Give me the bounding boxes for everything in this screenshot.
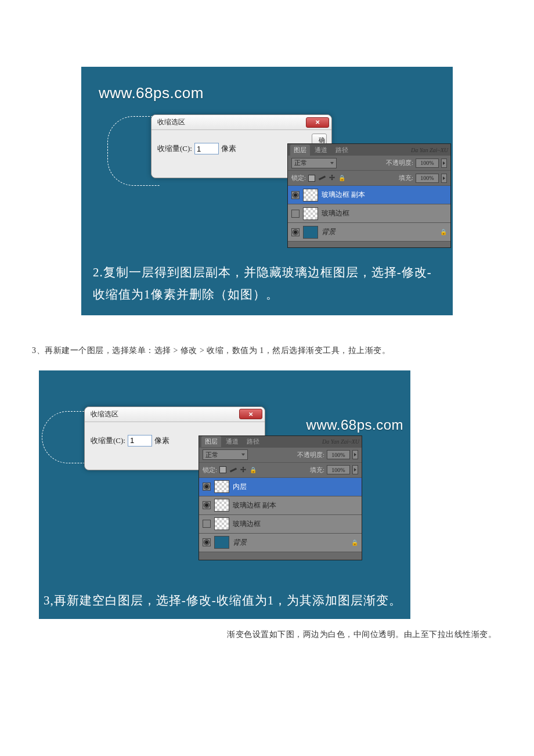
eye-icon (205, 485, 208, 488)
layers-panel: 图层 通道 路径 Da Yan Zai~XU 正常 不透明度: 100% 锁定: (199, 435, 362, 560)
pixels-unit: 像素 (221, 143, 236, 154)
figure-caption: 2.复制一层得到图层副本，并隐藏玻璃边框图层，选择-修改-收缩值为1像素并删除（… (93, 262, 441, 306)
eye-icon (205, 503, 208, 507)
layer-row[interactable]: 玻璃边框 (199, 515, 362, 534)
layer-name[interactable]: 玻璃边框 (322, 208, 349, 218)
layer-name[interactable]: 玻璃边框 副本 (322, 190, 365, 200)
opacity-spinner[interactable] (352, 450, 358, 459)
watermark: www.68ps.com (306, 417, 403, 433)
fill-label: 填充: (399, 174, 413, 182)
lock-controls[interactable]: ✢ 🔒 (308, 174, 345, 182)
blend-mode-select[interactable]: 正常 (291, 158, 337, 168)
layer-thumbnail[interactable] (303, 226, 318, 239)
panel-signature: Da Yan Zai~XU (411, 147, 448, 153)
panel-signature: Da Yan Zai~XU (322, 438, 359, 445)
blend-mode-select[interactable]: 正常 (203, 449, 248, 460)
dialog-title-bar[interactable]: 收缩选区 ✕ (85, 407, 265, 422)
dialog-title: 收缩选区 (91, 409, 118, 419)
layer-thumbnail[interactable] (214, 536, 229, 549)
tutorial-figure-3: www.68ps.com 收缩选区 ✕ 收缩量(C): 像素 图层 通道 路径 (39, 370, 410, 619)
lock-label: 锁定: (203, 466, 217, 474)
layer-row[interactable]: 玻璃边框 副本 (288, 186, 450, 204)
layer-thumbnail[interactable] (214, 480, 229, 493)
layer-name[interactable]: 背景 (233, 538, 247, 548)
lock-all-icon[interactable]: 🔒 (250, 467, 257, 473)
opacity-label: 不透明度: (297, 451, 324, 459)
fill-spinner[interactable] (441, 174, 447, 183)
opacity-value[interactable]: 100% (327, 450, 350, 459)
layer-thumbnail[interactable] (303, 207, 318, 220)
dialog-title: 收缩选区 (157, 117, 185, 127)
layer-row[interactable]: 内层 (199, 478, 362, 496)
fill-spinner[interactable] (352, 465, 358, 474)
tutorial-figure-2: www.68ps.com 收缩选区 ✕ 收缩量(C): 像素 确 取 (81, 67, 453, 315)
layer-name[interactable]: 背景 (322, 227, 335, 237)
eye-icon (205, 541, 208, 544)
contract-by-label: 收缩量(C): (91, 435, 125, 446)
layer-row[interactable]: 玻璃边框 副本 (199, 496, 362, 515)
visibility-toggle[interactable] (291, 228, 300, 236)
close-button[interactable]: ✕ (239, 409, 262, 419)
layer-row[interactable]: 玻璃边框 (288, 204, 450, 223)
tab-layers[interactable]: 图层 (201, 436, 221, 447)
opacity-label: 不透明度: (386, 159, 413, 167)
layer-row[interactable]: 背景 🔒 (288, 223, 450, 242)
lock-label: 锁定: (291, 174, 306, 182)
lock-all-icon[interactable]: 🔒 (338, 175, 345, 181)
tab-channels[interactable]: 通道 (311, 145, 331, 156)
tab-channels[interactable]: 通道 (222, 436, 242, 447)
contract-value-input[interactable] (194, 143, 219, 154)
step-3-instruction: 3、再新建一个图层，选择菜单：选择 > 修改 > 收缩，数值为 1，然后选择渐变… (32, 343, 502, 359)
lock-position-icon[interactable]: ✢ (329, 174, 335, 182)
layer-thumbnail[interactable] (303, 189, 318, 201)
visibility-toggle[interactable] (203, 483, 211, 491)
lock-position-icon[interactable]: ✢ (240, 466, 246, 474)
visibility-toggle[interactable] (203, 538, 211, 546)
layer-thumbnail[interactable] (214, 499, 229, 512)
layer-name[interactable]: 内层 (233, 482, 247, 492)
contract-value-input[interactable] (128, 435, 152, 447)
tab-paths[interactable]: 路径 (243, 436, 263, 447)
layer-list: 玻璃边框 副本 玻璃边框 背景 🔒 (288, 186, 450, 242)
layer-name[interactable]: 玻璃边框 副本 (233, 501, 276, 510)
fill-value[interactable]: 100% (416, 174, 439, 183)
dialog-title-bar[interactable]: 收缩选区 ✕ (151, 115, 331, 130)
figure-caption: 3,再新建空白图层，选择-修改-收缩值为1，为其添加图层渐变。 (44, 590, 406, 612)
lock-image-icon[interactable] (230, 467, 237, 472)
layer-row[interactable]: 背景 🔒 (199, 534, 362, 552)
layer-list: 内层 玻璃边框 副本 玻璃边框 背景 (199, 478, 362, 552)
visibility-toggle[interactable] (291, 210, 300, 218)
visibility-toggle[interactable] (203, 520, 211, 528)
layers-panel: 图层 通道 路径 Da Yan Zai~XU 正常 不透明度: 100% 锁定: (287, 143, 451, 248)
visibility-toggle[interactable] (203, 501, 211, 509)
watermark: www.68ps.com (99, 84, 204, 102)
contract-by-label: 收缩量(C): (157, 143, 192, 154)
pixels-unit: 像素 (154, 435, 169, 446)
layer-name[interactable]: 玻璃边框 (233, 519, 261, 529)
lock-image-icon[interactable] (319, 176, 326, 181)
opacity-value[interactable]: 100% (416, 159, 439, 168)
opacity-spinner[interactable] (441, 159, 447, 168)
close-button[interactable]: ✕ (306, 117, 329, 128)
lock-transparent-icon[interactable] (308, 175, 315, 182)
gradient-note: 渐变色设置如下图，两边为白色，中间位透明。由上至下拉出线性渐变。 (227, 627, 500, 643)
lock-icon: 🔒 (440, 229, 447, 235)
fill-label: 填充: (310, 466, 324, 474)
eye-icon (294, 193, 297, 197)
lock-controls[interactable]: ✢ 🔒 (219, 466, 257, 474)
tab-layers[interactable]: 图层 (290, 145, 310, 156)
lock-transparent-icon[interactable] (219, 466, 226, 473)
layer-thumbnail[interactable] (214, 517, 229, 530)
lock-icon: 🔒 (351, 539, 358, 546)
eye-icon (294, 231, 297, 234)
visibility-toggle[interactable] (291, 191, 300, 199)
tab-paths[interactable]: 路径 (332, 145, 352, 156)
fill-value[interactable]: 100% (327, 465, 350, 474)
